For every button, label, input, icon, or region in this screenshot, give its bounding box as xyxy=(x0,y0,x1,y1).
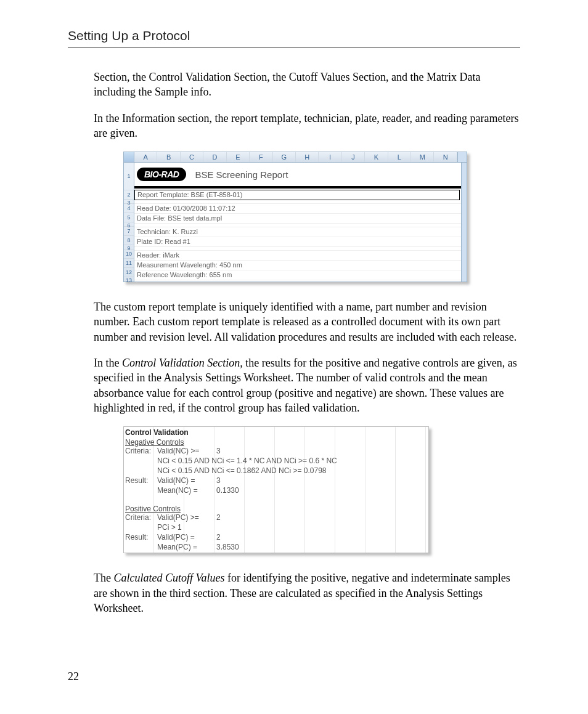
col-F: F xyxy=(250,152,272,162)
page-number: 22 xyxy=(68,670,79,683)
cv-val: 3.8530 xyxy=(216,543,428,551)
rownum-3: 3 xyxy=(124,200,134,204)
select-all-corner xyxy=(124,152,134,162)
cv-row: NCi < 0.15 AND NCi <= 0.1862 AND NCi >= … xyxy=(124,466,428,476)
cv-val: 2 xyxy=(216,513,428,522)
page-header: Setting Up a Protocol xyxy=(68,28,520,47)
rownum-2: 2 xyxy=(124,190,134,200)
paragraph-2: In the Information section, the report t… xyxy=(94,111,520,141)
rownum-4: 4 xyxy=(124,204,134,213)
rownum-10: 10 xyxy=(124,249,134,259)
col-I: I xyxy=(319,152,341,162)
cv-label: Criteria: xyxy=(124,513,157,522)
rownum-8: 8 xyxy=(124,236,134,245)
cv-row: Mean(PC) = 3.8530 xyxy=(124,543,428,553)
rownum-6: 6 xyxy=(124,222,134,227)
col-E: E xyxy=(227,152,250,162)
col-C: C xyxy=(181,152,203,162)
cell-ref-wavelength: Reference Wavelength: 655 nm xyxy=(134,270,461,280)
paragraph-5: The Calculated Cutoff Values for identif… xyxy=(94,570,520,615)
col-M: M xyxy=(411,152,434,162)
col-D: D xyxy=(203,152,226,162)
row-numbers: 1 2 3 4 5 6 7 8 9 10 11 12 13 xyxy=(124,163,134,282)
cv-row: Criteria: Valid(PC) >= 2 xyxy=(124,513,428,523)
rownum-1: 1 xyxy=(124,163,134,190)
rownum-13: 13 xyxy=(124,277,134,282)
cv-row: PCi > 1 xyxy=(124,523,428,533)
cv-label: Result: xyxy=(124,476,157,485)
col-J: J xyxy=(342,152,365,162)
rownum-11: 11 xyxy=(124,259,134,268)
cv-val: 0.1330 xyxy=(216,486,428,495)
cv-neg-title: Negative Controls xyxy=(124,438,428,447)
cv-row: Result: Valid(NC) = 3 xyxy=(124,476,428,486)
spreadsheet-column-headers: A B C D E F G H I J K L M N xyxy=(124,152,467,163)
cv-label: Result: xyxy=(124,533,157,542)
cv-row: Criteria: Valid(NC) >= 3 xyxy=(124,447,428,456)
cell-read-date: Read Date: 01/30/2008 11:07:12 xyxy=(134,204,461,214)
cv-row: NCi < 0.15 AND NCi <= 1.4 * NC AND NCi >… xyxy=(124,456,428,466)
rownum-5: 5 xyxy=(124,213,134,222)
text: In the xyxy=(94,357,122,369)
cv-key: Valid(NC) = xyxy=(157,476,216,485)
cv-val: 2 xyxy=(216,533,428,542)
paragraph-1: Section, the Control Validation Section,… xyxy=(94,70,520,100)
report-title: BSE Screening Report xyxy=(195,169,288,180)
text: The xyxy=(94,572,113,584)
text-italic: Control Validation Section, xyxy=(122,357,243,369)
cell-technician: Technician: K. Ruzzi xyxy=(134,227,461,237)
cv-key: Mean(PC) = xyxy=(157,543,216,551)
report-title-row: BIO-RAD BSE Screening Report xyxy=(134,163,461,189)
col-K: K xyxy=(365,152,388,162)
cv-key: Valid(PC) = xyxy=(157,533,216,542)
cv-formula: NCi < 0.15 AND NCi <= 0.1862 AND NCi >= … xyxy=(157,466,428,475)
scrollbar-stub xyxy=(457,152,467,162)
biorad-logo: BIO-RAD xyxy=(137,168,186,181)
cv-key: Valid(PC) >= xyxy=(157,513,216,522)
cell-data-file: Data File: BSE test data.mpl xyxy=(134,214,461,224)
cell-report-template: Report Template: BSE (ET-858-01) xyxy=(134,190,460,200)
scrollbar-track xyxy=(461,163,467,282)
cv-val: 3 xyxy=(216,476,428,485)
cv-val: 3 xyxy=(216,447,428,455)
cv-pos-title: Positive Controls xyxy=(124,505,428,513)
cell-plate-id: Plate ID: Read #1 xyxy=(134,237,461,247)
col-A: A xyxy=(134,152,157,162)
cv-formula: PCi > 1 xyxy=(157,523,216,532)
rownum-12: 12 xyxy=(124,268,134,277)
rownum-9: 9 xyxy=(124,245,134,249)
cv-label: Criteria: xyxy=(124,447,157,455)
cv-row: Result: Valid(PC) = 2 xyxy=(124,533,428,543)
col-N: N xyxy=(434,152,457,162)
rownum-7: 7 xyxy=(124,227,134,236)
text-italic: Calculated Cutoff Values xyxy=(113,572,224,584)
cv-heading: Control Validation xyxy=(124,427,428,438)
cv-formula: NCi < 0.15 AND NCi <= 1.4 * NC AND NCi >… xyxy=(157,456,428,465)
figure-spreadsheet: A B C D E F G H I J K L M N 1 2 3 xyxy=(123,152,520,282)
cell-meas-wavelength: Measurement Wavelength: 450 nm xyxy=(134,261,461,270)
paragraph-4: In the Control Validation Section, the r… xyxy=(94,355,520,415)
col-H: H xyxy=(296,152,319,162)
paragraph-3: The custom report template is uniquely i… xyxy=(94,299,520,344)
col-L: L xyxy=(388,152,411,162)
cv-row: Mean(NC) = 0.1330 xyxy=(124,486,428,496)
col-B: B xyxy=(157,152,180,162)
cell-reader: Reader: iMark xyxy=(134,251,461,261)
cv-key: Mean(NC) = xyxy=(157,486,216,495)
col-G: G xyxy=(273,152,296,162)
cv-key: Valid(NC) >= xyxy=(157,447,216,455)
figure-control-validation: Control Validation Negative Controls Cri… xyxy=(123,426,520,553)
